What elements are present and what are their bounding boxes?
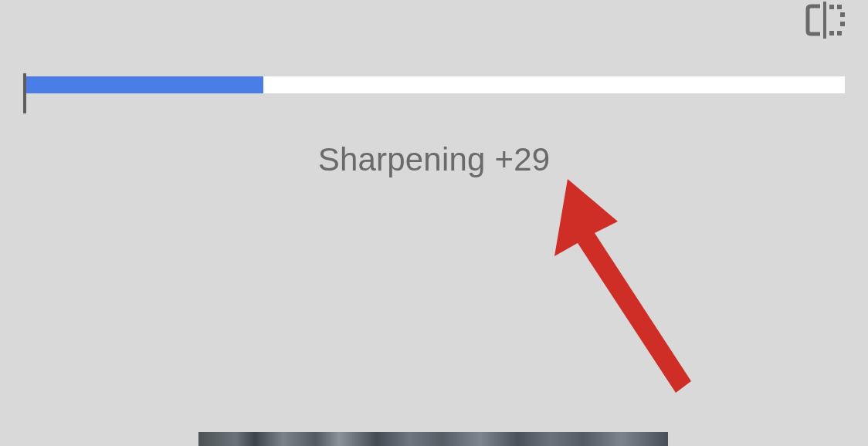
svg-marker-7 <box>554 179 691 393</box>
annotation-arrow-icon <box>541 179 710 395</box>
svg-rect-0 <box>823 2 826 39</box>
compare-before-after-icon[interactable] <box>803 0 846 40</box>
svg-rect-4 <box>840 22 845 26</box>
slider-fill <box>26 76 263 93</box>
svg-rect-1 <box>829 5 834 9</box>
svg-rect-3 <box>840 12 845 17</box>
slider-origin-tick <box>23 73 26 113</box>
svg-rect-5 <box>837 31 842 35</box>
svg-rect-6 <box>829 31 834 35</box>
sharpening-slider[interactable] <box>23 76 845 100</box>
svg-rect-2 <box>837 5 842 9</box>
sharpening-label: Sharpening +29 <box>318 141 551 178</box>
image-preview-strip <box>198 432 668 446</box>
slider-label-row: Sharpening +29 <box>23 141 845 178</box>
